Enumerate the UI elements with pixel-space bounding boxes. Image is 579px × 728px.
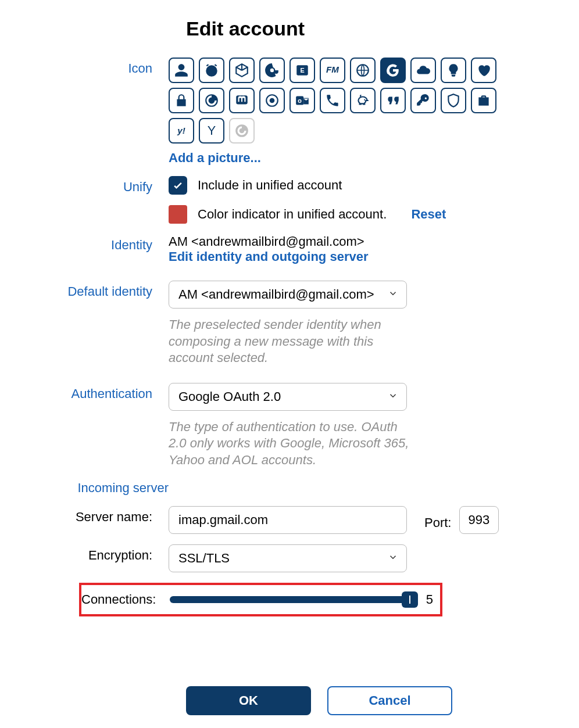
chevron-down-icon xyxy=(388,389,398,404)
clock-icon[interactable] xyxy=(199,58,224,83)
eye-icon[interactable] xyxy=(259,88,285,113)
circle-icon[interactable] xyxy=(229,118,255,144)
connections-slider[interactable] xyxy=(170,596,418,603)
exchange-icon[interactable]: E xyxy=(290,58,315,83)
server-name-input[interactable] xyxy=(169,506,407,534)
at-icon[interactable] xyxy=(259,58,285,83)
heart-icon[interactable] xyxy=(471,58,496,83)
bulb-icon[interactable] xyxy=(441,58,466,83)
authentication-label: Authentication xyxy=(23,383,169,401)
encryption-label: Encryption: xyxy=(23,544,169,563)
connections-label: Connections: xyxy=(81,592,170,607)
svg-point-8 xyxy=(270,98,275,103)
person-icon[interactable] xyxy=(169,58,194,83)
default-identity-value: AM <andrewmailbird@gmail.com> xyxy=(178,287,374,302)
globe-icon[interactable] xyxy=(350,58,376,83)
chevron-down-icon xyxy=(388,551,398,566)
authentication-helper: The type of authentication to use. OAuth… xyxy=(169,419,419,469)
identity-text: AM <andrewmailbird@gmail.com> xyxy=(169,234,556,249)
key-icon[interactable] xyxy=(410,88,436,113)
spiral-icon[interactable] xyxy=(199,88,224,113)
svg-text:Y: Y xyxy=(208,123,216,138)
svg-point-11 xyxy=(364,99,365,101)
identity-label: Identity xyxy=(23,234,169,253)
piggy-icon[interactable] xyxy=(350,88,376,113)
edit-identity-link[interactable]: Edit identity and outgoing server xyxy=(169,249,368,264)
gamma-icon[interactable]: Y xyxy=(199,118,224,144)
cloud-icon[interactable] xyxy=(410,58,436,83)
include-unified-label: Include in unified account xyxy=(198,178,342,193)
svg-text:y!: y! xyxy=(177,125,185,135)
chevron-down-icon xyxy=(388,287,398,302)
port-input[interactable] xyxy=(459,506,499,534)
default-identity-label: Default identity xyxy=(23,281,169,299)
server-name-label: Server name: xyxy=(23,506,169,525)
authentication-value: Google OAuth 2.0 xyxy=(178,389,281,404)
port-label: Port: xyxy=(424,510,451,530)
connections-row-highlight: Connections: 5 xyxy=(79,583,442,616)
reset-color-link[interactable]: Reset xyxy=(411,207,446,222)
quote-icon[interactable] xyxy=(380,88,406,113)
mastodon-icon[interactable] xyxy=(229,88,255,113)
shield-icon[interactable] xyxy=(441,88,466,113)
encryption-value: SSL/TLS xyxy=(178,551,230,565)
slider-thumb[interactable] xyxy=(402,591,418,608)
icon-grid: E FM o y! Y xyxy=(169,58,506,144)
ok-button[interactable]: OK xyxy=(186,686,311,715)
add-picture-link[interactable]: Add a picture... xyxy=(169,150,261,165)
fastmail-icon[interactable]: FM xyxy=(320,58,345,83)
svg-text:E: E xyxy=(300,67,304,74)
svg-text:FM: FM xyxy=(326,64,339,74)
dialog-title: Edit account xyxy=(186,17,556,40)
briefcase-icon[interactable] xyxy=(471,88,496,113)
default-identity-helper: The preselected sender identity when com… xyxy=(169,317,419,367)
incoming-server-header: Incoming server xyxy=(23,480,169,496)
color-indicator-label: Color indicator in unified account. xyxy=(198,207,387,222)
unify-label: Unify xyxy=(23,176,169,195)
include-unified-checkbox[interactable] xyxy=(169,176,187,195)
authentication-select[interactable]: Google OAuth 2.0 xyxy=(169,383,407,411)
outlook-icon[interactable]: o xyxy=(290,88,315,113)
default-identity-select[interactable]: AM <andrewmailbird@gmail.com> xyxy=(169,281,407,309)
cancel-button[interactable]: Cancel xyxy=(327,686,452,715)
phone-icon[interactable] xyxy=(320,88,345,113)
color-indicator-swatch[interactable] xyxy=(169,205,187,224)
lock-icon[interactable] xyxy=(169,88,194,113)
encryption-select[interactable]: SSL/TLS xyxy=(169,544,407,572)
icon-label: Icon xyxy=(23,58,169,76)
cube-icon[interactable] xyxy=(229,58,255,83)
svg-text:o: o xyxy=(298,97,302,104)
google-icon[interactable] xyxy=(380,58,406,83)
yahoo-icon[interactable]: y! xyxy=(169,118,194,144)
connections-value: 5 xyxy=(426,592,433,607)
